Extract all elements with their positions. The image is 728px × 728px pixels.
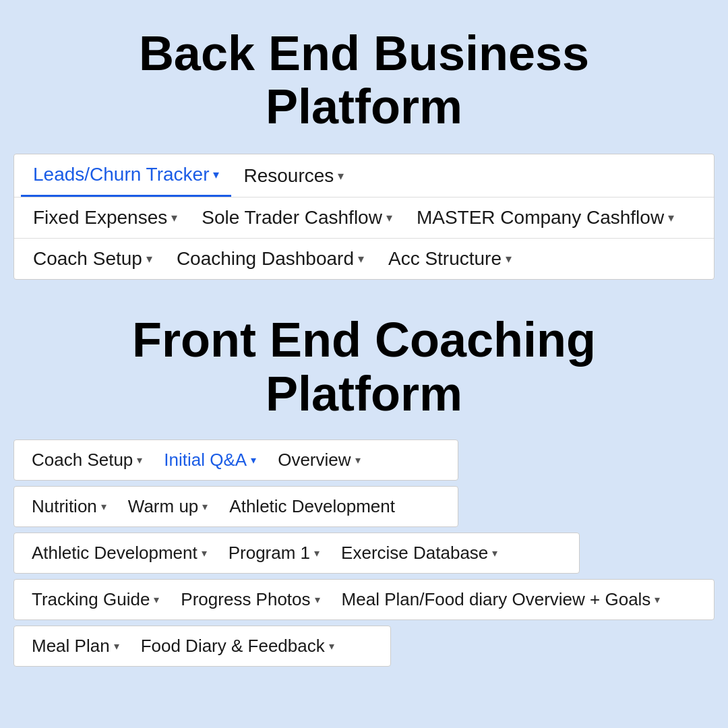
nav-item-meal-plan[interactable]: Meal Plan▾: [21, 626, 130, 666]
nav-item-label: Exercise Database: [341, 543, 488, 564]
front-row2: Nutrition▾Warm up▾Athletic Development: [13, 486, 458, 527]
nav-item-sole-trader-cashflow[interactable]: Sole Trader Cashflow▾: [189, 198, 404, 238]
nav-item-label: Coach Setup: [32, 450, 133, 471]
chevron-down-icon: ▾: [114, 640, 119, 653]
nav-item-tracking-guide[interactable]: Tracking Guide▾: [21, 580, 170, 619]
nav-item-coaching-dashboard[interactable]: Coaching Dashboard▾: [164, 239, 376, 279]
nav-item-label: Coach Setup: [33, 248, 142, 270]
nav-item-food-diary-&-feedback[interactable]: Food Diary & Feedback▾: [130, 626, 345, 666]
back-end-navbar: Leads/Churn Tracker▾Resources▾ Fixed Exp…: [13, 154, 715, 280]
nav-item-label: Athletic Development: [229, 496, 395, 517]
nav-item-exercise-database[interactable]: Exercise Database▾: [330, 533, 508, 573]
nav-item-initial-q&a[interactable]: Initial Q&A▾: [153, 440, 267, 480]
back-end-row1: Leads/Churn Tracker▾Resources▾: [14, 154, 714, 198]
nav-item-athletic-development[interactable]: Athletic Development▾: [21, 533, 218, 573]
chevron-down-icon: ▾: [668, 210, 674, 225]
chevron-down-icon: ▾: [202, 500, 208, 513]
chevron-down-icon: ▾: [355, 454, 361, 466]
chevron-down-icon: ▾: [386, 210, 392, 225]
nav-item-coach-setup[interactable]: Coach Setup▾: [21, 239, 164, 279]
nav-item-nutrition[interactable]: Nutrition▾: [21, 487, 117, 526]
nav-item-acc-structure[interactable]: Acc Structure▾: [376, 239, 524, 279]
front-row3: Athletic Development▾Program 1▾Exercise …: [13, 533, 580, 574]
nav-item-label: Acc Structure: [388, 248, 502, 270]
back-end-title: Back End Business Platform: [98, 27, 630, 133]
nav-item-label: MASTER Company Cashflow: [417, 207, 664, 229]
chevron-down-icon: ▾: [137, 454, 142, 466]
chevron-down-icon: ▾: [358, 251, 364, 266]
nav-item-program-1[interactable]: Program 1▾: [218, 533, 330, 573]
nav-item-master-company-cashflow[interactable]: MASTER Company Cashflow▾: [404, 198, 686, 238]
nav-item-athletic-development[interactable]: Athletic Development: [218, 487, 406, 526]
nav-item-label: Fixed Expenses: [33, 207, 167, 229]
nav-item-resources[interactable]: Resources▾: [231, 156, 356, 196]
nav-item-fixed-expenses[interactable]: Fixed Expenses▾: [21, 198, 189, 238]
nav-item-label: Program 1: [229, 543, 310, 564]
chevron-down-icon: ▾: [154, 593, 159, 606]
front-end-title: Front End Coaching Platform: [92, 313, 636, 420]
chevron-down-icon: ▾: [101, 500, 107, 513]
chevron-down-icon: ▾: [338, 169, 344, 183]
nav-item-label: Athletic Development: [32, 543, 198, 564]
chevron-down-icon: ▾: [171, 210, 177, 225]
chevron-down-icon: ▾: [314, 547, 320, 559]
nav-item-label: Food Diary & Feedback: [141, 636, 325, 657]
nav-item-meal-plan/food-diary-overview-+-goals[interactable]: Meal Plan/Food diary Overview + Goals▾: [331, 580, 671, 619]
nav-item-coach-setup[interactable]: Coach Setup▾: [21, 440, 153, 480]
chevron-down-icon: ▾: [329, 640, 334, 653]
front-end-navbars: Coach Setup▾Initial Q&A▾Overview▾ Nutrit…: [13, 439, 715, 672]
nav-item-warm-up[interactable]: Warm up▾: [117, 487, 219, 526]
chevron-down-icon: ▾: [492, 547, 497, 559]
nav-item-label: Leads/Churn Tracker: [33, 164, 209, 185]
nav-item-label: Meal Plan/Food diary Overview + Goals: [342, 589, 651, 610]
nav-item-label: Progress Photos: [181, 589, 310, 610]
nav-item-label: Resources: [243, 165, 334, 187]
back-end-row3: Coach Setup▾Coaching Dashboard▾Acc Struc…: [14, 239, 714, 279]
chevron-down-icon: ▾: [202, 547, 207, 559]
nav-item-leads/churn-tracker[interactable]: Leads/Churn Tracker▾: [21, 154, 231, 197]
nav-item-label: Sole Trader Cashflow: [202, 207, 382, 229]
back-end-row2: Fixed Expenses▾Sole Trader Cashflow▾MAST…: [14, 198, 714, 239]
front-row1: Coach Setup▾Initial Q&A▾Overview▾: [13, 439, 458, 481]
nav-item-overview[interactable]: Overview▾: [267, 440, 371, 480]
front-row5: Meal Plan▾Food Diary & Feedback▾: [13, 626, 391, 667]
chevron-down-icon: ▾: [315, 593, 320, 606]
chevron-down-icon: ▾: [251, 454, 256, 466]
nav-item-label: Meal Plan: [32, 636, 110, 657]
nav-item-label: Warm up: [128, 496, 199, 517]
chevron-down-icon: ▾: [655, 593, 660, 606]
nav-item-label: Initial Q&A: [164, 450, 247, 471]
nav-item-label: Tracking Guide: [32, 589, 150, 610]
front-row4: Tracking Guide▾Progress Photos▾Meal Plan…: [13, 579, 715, 620]
nav-item-label: Nutrition: [32, 496, 97, 517]
nav-item-progress-photos[interactable]: Progress Photos▾: [170, 580, 330, 619]
chevron-down-icon: ▾: [146, 251, 152, 266]
chevron-down-icon: ▾: [213, 167, 219, 182]
chevron-down-icon: ▾: [506, 251, 512, 266]
nav-item-label: Coaching Dashboard: [177, 248, 354, 270]
nav-item-label: Overview: [278, 450, 351, 471]
